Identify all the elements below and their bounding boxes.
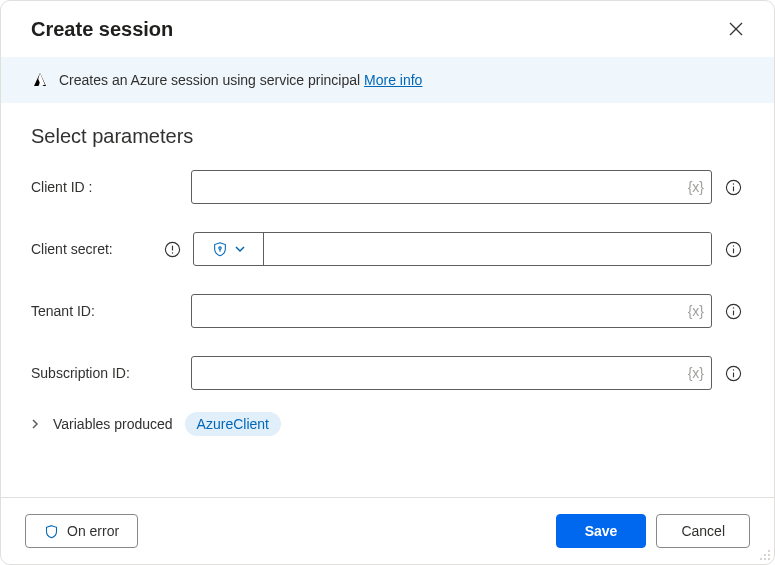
variables-produced-label[interactable]: Variables produced xyxy=(53,416,173,432)
svg-point-22 xyxy=(760,558,762,560)
resize-grip-icon xyxy=(757,547,771,561)
info-icon xyxy=(725,241,742,258)
banner-text-content: Creates an Azure session using service p… xyxy=(59,72,364,88)
tenant-id-label: Tenant ID: xyxy=(31,303,191,319)
dialog-footer: On error Save Cancel xyxy=(1,497,774,564)
dialog-title: Create session xyxy=(31,18,173,41)
field-row-tenant-id: Tenant ID: {x} xyxy=(31,294,744,328)
svg-point-7 xyxy=(171,252,172,253)
svg-point-8 xyxy=(218,247,220,249)
resize-grip[interactable] xyxy=(757,547,771,561)
svg-point-18 xyxy=(732,369,733,370)
subscription-id-label: Subscription ID: xyxy=(31,365,191,381)
info-icon xyxy=(725,179,742,196)
shield-lock-icon xyxy=(212,241,228,257)
cancel-button[interactable]: Cancel xyxy=(656,514,750,548)
subscription-id-input[interactable] xyxy=(191,356,712,390)
client-secret-combo xyxy=(193,232,712,266)
create-session-dialog: Create session Creates an Azure session … xyxy=(0,0,775,565)
on-error-button[interactable]: On error xyxy=(25,514,138,548)
close-button[interactable] xyxy=(722,15,750,43)
variables-produced-row: Variables produced AzureClient xyxy=(29,412,744,436)
client-secret-info-button[interactable] xyxy=(722,238,744,260)
svg-point-20 xyxy=(764,554,766,556)
subscription-id-info-button[interactable] xyxy=(722,362,744,384)
field-row-subscription-id: Subscription ID: {x} xyxy=(31,356,744,390)
on-error-label: On error xyxy=(67,523,119,539)
close-icon xyxy=(729,22,743,36)
svg-point-23 xyxy=(764,558,766,560)
chevron-right-icon xyxy=(29,418,41,430)
svg-point-19 xyxy=(768,550,770,552)
client-id-label: Client ID : xyxy=(31,179,191,195)
save-label: Save xyxy=(585,523,618,539)
svg-point-15 xyxy=(732,307,733,308)
dialog-header: Create session xyxy=(1,1,774,57)
field-row-client-id: Client ID : {x} xyxy=(31,170,744,204)
client-id-input[interactable] xyxy=(191,170,712,204)
svg-point-12 xyxy=(732,245,733,246)
shield-icon xyxy=(44,524,59,539)
info-banner: Creates an Azure session using service p… xyxy=(1,57,774,103)
info-icon xyxy=(725,303,742,320)
save-button[interactable]: Save xyxy=(556,514,647,548)
warning-icon xyxy=(164,241,181,258)
section-title: Select parameters xyxy=(31,125,744,148)
client-secret-input[interactable] xyxy=(264,233,711,265)
cancel-label: Cancel xyxy=(681,523,725,539)
azure-icon xyxy=(31,71,49,89)
info-icon xyxy=(725,365,742,382)
client-secret-type-dropdown[interactable] xyxy=(194,233,264,265)
tenant-id-info-button[interactable] xyxy=(722,300,744,322)
client-secret-label: Client secret: xyxy=(31,241,161,257)
svg-point-4 xyxy=(732,183,733,184)
client-secret-warning-button[interactable] xyxy=(161,238,183,260)
tenant-id-input[interactable] xyxy=(191,294,712,328)
dialog-body: Select parameters Client ID : {x} Client… xyxy=(1,103,774,497)
chevron-down-icon xyxy=(234,243,246,255)
field-row-client-secret: Client secret: xyxy=(31,232,744,266)
svg-point-24 xyxy=(768,558,770,560)
banner-text: Creates an Azure session using service p… xyxy=(59,72,422,88)
client-id-info-button[interactable] xyxy=(722,176,744,198)
variable-chip-azureclient[interactable]: AzureClient xyxy=(185,412,281,436)
more-info-link[interactable]: More info xyxy=(364,72,422,88)
svg-point-21 xyxy=(768,554,770,556)
variables-expand-toggle[interactable] xyxy=(29,418,41,430)
